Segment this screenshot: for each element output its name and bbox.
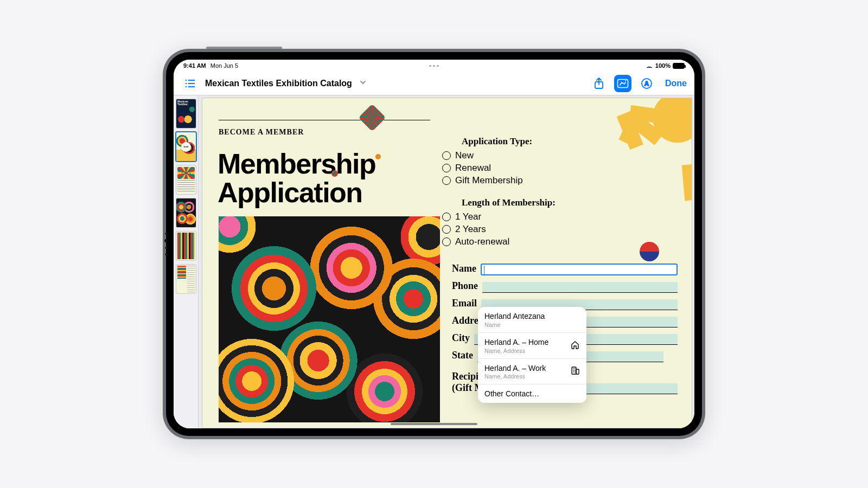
radio-icon [442, 213, 451, 221]
eyebrow-text: BECOME A MEMBER [219, 128, 304, 137]
zip-input[interactable] [582, 351, 663, 362]
app-toolbar: Mexican Textiles Exhibition Catalog A Do [174, 72, 694, 95]
annotation-badge-icon: ••• [181, 142, 191, 152]
markup-icon[interactable] [614, 75, 631, 92]
done-button[interactable]: Done [665, 79, 687, 88]
page-thumbnail[interactable] [176, 165, 196, 195]
svg-rect-18 [572, 367, 576, 374]
radio-option-auto[interactable]: Auto-renewal [442, 236, 678, 247]
building-icon [570, 365, 580, 377]
svg-rect-19 [576, 369, 579, 374]
svg-point-0 [186, 79, 187, 80]
status-date: Mon Jun 5 [210, 62, 238, 69]
page-thumbnail[interactable] [176, 198, 196, 228]
svg-rect-16 [682, 164, 692, 201]
radio-icon [442, 225, 451, 234]
radio-option-1year[interactable]: 1 Year [442, 211, 678, 222]
radio-icon [442, 176, 451, 185]
radio-option-gift[interactable]: Gift Membership [442, 175, 678, 186]
radio-icon [442, 164, 451, 172]
pdf-page[interactable]: BECOME A MEMBER Membership Application A… [202, 98, 692, 428]
battery-percent: 100% [655, 62, 671, 69]
autofill-other-contact[interactable]: Other Contact… [478, 384, 586, 403]
dot-icon [375, 154, 381, 159]
battery-icon [673, 63, 685, 69]
document-title[interactable]: Mexican Textiles Exhibition Catalog [205, 79, 352, 88]
page-heading: Membership Application [218, 150, 381, 207]
status-bar: 9:41 AM Mon Jun 5 100% [174, 60, 694, 72]
svg-point-8 [625, 80, 626, 81]
ipad-hardware-frame: 9:41 AM Mon Jun 5 100% Mexican Te [163, 49, 705, 439]
divider-line [219, 120, 430, 120]
sidebar-toggle-icon[interactable] [181, 75, 199, 92]
autofill-suggestion[interactable]: Herland A. – HomeName, Address [478, 333, 586, 359]
page-thumbnail[interactable] [176, 264, 196, 294]
application-type-heading: Application Type: [462, 136, 678, 147]
screen: 9:41 AM Mon Jun 5 100% Mexican Te [174, 60, 694, 428]
search-circle-icon[interactable]: A [638, 75, 655, 92]
status-time: 9:41 AM [183, 62, 206, 69]
autofill-contact-popover: Herland AntezanaName Herland A. – HomeNa… [478, 307, 586, 403]
name-input[interactable] [481, 264, 678, 275]
diamond-graphic [359, 104, 386, 132]
home-indicator[interactable] [391, 423, 477, 425]
city-label: City [452, 332, 470, 344]
share-icon[interactable] [590, 75, 608, 92]
chevron-down-icon[interactable] [360, 79, 366, 87]
page-thumbnails-sidebar: ••• [174, 95, 199, 428]
phone-input[interactable] [482, 282, 678, 293]
email-label: Email [452, 298, 477, 309]
page-thumbnail[interactable] [176, 231, 196, 261]
textile-artwork [219, 216, 440, 422]
autofill-suggestion[interactable]: Herland A. – WorkName, Address [478, 359, 586, 385]
radio-option-renewal[interactable]: Renewal [442, 163, 678, 174]
dot-icon [331, 170, 338, 177]
membership-length-heading: Length of Membership: [462, 197, 678, 208]
autofill-suggestion[interactable]: Herland AntezanaName [478, 307, 586, 333]
phone-label: Phone [452, 280, 478, 292]
svg-point-2 [186, 82, 187, 84]
page-thumbnail[interactable] [176, 99, 196, 129]
name-label: Name [452, 263, 476, 274]
radio-icon [442, 237, 451, 246]
state-label: State [452, 350, 473, 361]
svg-text:A: A [644, 80, 649, 87]
multitask-dots-icon[interactable] [430, 65, 439, 67]
radio-option-new[interactable]: New [442, 150, 678, 161]
radio-option-2years[interactable]: 2 Years [442, 224, 678, 235]
wifi-icon [646, 62, 653, 69]
radio-icon [442, 151, 451, 160]
page-thumbnail[interactable]: ••• [176, 132, 196, 162]
home-icon [570, 340, 580, 352]
svg-point-4 [186, 86, 187, 87]
